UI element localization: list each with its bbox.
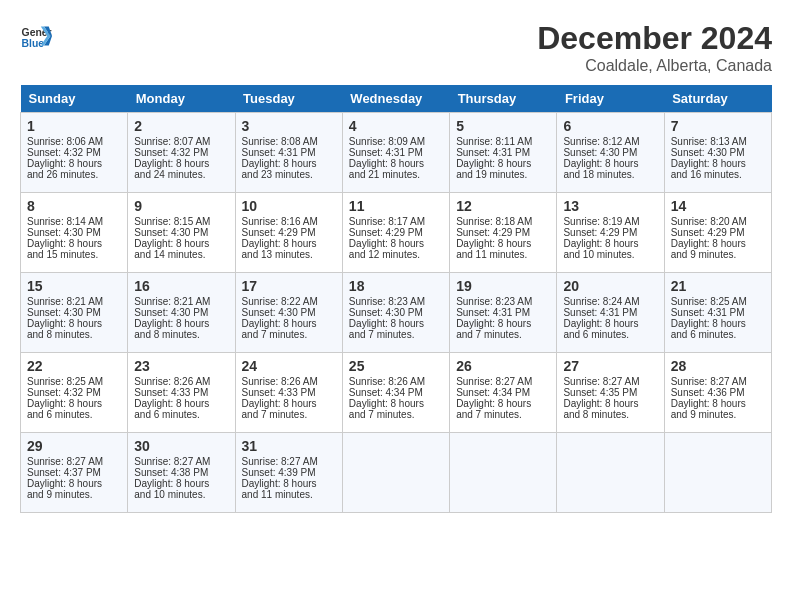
header-row: Sunday Monday Tuesday Wednesday Thursday… — [21, 85, 772, 113]
day-number: 2 — [134, 118, 228, 134]
daylight-label: Daylight: 8 hours and 14 minutes. — [134, 238, 209, 260]
day-number: 8 — [27, 198, 121, 214]
day-number: 29 — [27, 438, 121, 454]
day-number: 21 — [671, 278, 765, 294]
daylight-label: Daylight: 8 hours and 11 minutes. — [456, 238, 531, 260]
day-number: 6 — [563, 118, 657, 134]
calendar-week-3: 15Sunrise: 8:21 AMSunset: 4:30 PMDayligh… — [21, 273, 772, 353]
daylight-label: Daylight: 8 hours and 6 minutes. — [134, 398, 209, 420]
daylight-label: Daylight: 8 hours and 15 minutes. — [27, 238, 102, 260]
svg-text:Blue: Blue — [22, 38, 45, 49]
daylight-label: Daylight: 8 hours and 21 minutes. — [349, 158, 424, 180]
calendar-day-7: 7Sunrise: 8:13 AMSunset: 4:30 PMDaylight… — [664, 113, 771, 193]
sunrise: Sunrise: 8:19 AM — [563, 216, 639, 227]
col-monday: Monday — [128, 85, 235, 113]
daylight-label: Daylight: 8 hours and 9 minutes. — [671, 238, 746, 260]
daylight-label: Daylight: 8 hours and 7 minutes. — [456, 398, 531, 420]
sunset: Sunset: 4:31 PM — [349, 147, 423, 158]
day-number: 19 — [456, 278, 550, 294]
empty-cell — [664, 433, 771, 513]
day-number: 13 — [563, 198, 657, 214]
daylight-label: Daylight: 8 hours and 19 minutes. — [456, 158, 531, 180]
sunset: Sunset: 4:30 PM — [134, 227, 208, 238]
calendar-day-4: 4Sunrise: 8:09 AMSunset: 4:31 PMDaylight… — [342, 113, 449, 193]
day-number: 16 — [134, 278, 228, 294]
sunset: Sunset: 4:32 PM — [27, 147, 101, 158]
day-number: 27 — [563, 358, 657, 374]
calendar-day-18: 18Sunrise: 8:23 AMSunset: 4:30 PMDayligh… — [342, 273, 449, 353]
empty-cell — [450, 433, 557, 513]
calendar-day-6: 6Sunrise: 8:12 AMSunset: 4:30 PMDaylight… — [557, 113, 664, 193]
calendar-day-30: 30Sunrise: 8:27 AMSunset: 4:38 PMDayligh… — [128, 433, 235, 513]
daylight-label: Daylight: 8 hours and 7 minutes. — [349, 318, 424, 340]
calendar-day-24: 24Sunrise: 8:26 AMSunset: 4:33 PMDayligh… — [235, 353, 342, 433]
sunset: Sunset: 4:31 PM — [671, 307, 745, 318]
day-number: 31 — [242, 438, 336, 454]
daylight-label: Daylight: 8 hours and 9 minutes. — [27, 478, 102, 500]
calendar-day-8: 8Sunrise: 8:14 AMSunset: 4:30 PMDaylight… — [21, 193, 128, 273]
calendar-week-4: 22Sunrise: 8:25 AMSunset: 4:32 PMDayligh… — [21, 353, 772, 433]
calendar-day-10: 10Sunrise: 8:16 AMSunset: 4:29 PMDayligh… — [235, 193, 342, 273]
day-number: 5 — [456, 118, 550, 134]
day-number: 22 — [27, 358, 121, 374]
sunset: Sunset: 4:31 PM — [456, 307, 530, 318]
calendar-day-2: 2Sunrise: 8:07 AMSunset: 4:32 PMDaylight… — [128, 113, 235, 193]
location-title: Coaldale, Alberta, Canada — [537, 57, 772, 75]
empty-cell — [557, 433, 664, 513]
sunrise: Sunrise: 8:26 AM — [242, 376, 318, 387]
day-number: 11 — [349, 198, 443, 214]
sunset: Sunset: 4:32 PM — [27, 387, 101, 398]
day-number: 23 — [134, 358, 228, 374]
sunrise: Sunrise: 8:23 AM — [456, 296, 532, 307]
sunset: Sunset: 4:36 PM — [671, 387, 745, 398]
sunset: Sunset: 4:34 PM — [456, 387, 530, 398]
sunset: Sunset: 4:38 PM — [134, 467, 208, 478]
sunset: Sunset: 4:35 PM — [563, 387, 637, 398]
calendar-day-11: 11Sunrise: 8:17 AMSunset: 4:29 PMDayligh… — [342, 193, 449, 273]
sunset: Sunset: 4:29 PM — [456, 227, 530, 238]
sunrise: Sunrise: 8:18 AM — [456, 216, 532, 227]
day-number: 17 — [242, 278, 336, 294]
sunrise: Sunrise: 8:25 AM — [671, 296, 747, 307]
day-number: 1 — [27, 118, 121, 134]
sunrise: Sunrise: 8:27 AM — [456, 376, 532, 387]
sunrise: Sunrise: 8:06 AM — [27, 136, 103, 147]
sunrise: Sunrise: 8:27 AM — [242, 456, 318, 467]
daylight-label: Daylight: 8 hours and 10 minutes. — [134, 478, 209, 500]
sunset: Sunset: 4:30 PM — [27, 307, 101, 318]
calendar-day-16: 16Sunrise: 8:21 AMSunset: 4:30 PMDayligh… — [128, 273, 235, 353]
daylight-label: Daylight: 8 hours and 24 minutes. — [134, 158, 209, 180]
sunrise: Sunrise: 8:20 AM — [671, 216, 747, 227]
sunset: Sunset: 4:30 PM — [27, 227, 101, 238]
calendar-day-28: 28Sunrise: 8:27 AMSunset: 4:36 PMDayligh… — [664, 353, 771, 433]
sunrise: Sunrise: 8:24 AM — [563, 296, 639, 307]
daylight-label: Daylight: 8 hours and 7 minutes. — [456, 318, 531, 340]
calendar-week-1: 1Sunrise: 8:06 AMSunset: 4:32 PMDaylight… — [21, 113, 772, 193]
day-number: 12 — [456, 198, 550, 214]
day-number: 18 — [349, 278, 443, 294]
sunrise: Sunrise: 8:07 AM — [134, 136, 210, 147]
calendar-table: Sunday Monday Tuesday Wednesday Thursday… — [20, 85, 772, 513]
sunrise: Sunrise: 8:25 AM — [27, 376, 103, 387]
col-sunday: Sunday — [21, 85, 128, 113]
daylight-label: Daylight: 8 hours and 7 minutes. — [349, 398, 424, 420]
sunrise: Sunrise: 8:11 AM — [456, 136, 532, 147]
calendar-day-1: 1Sunrise: 8:06 AMSunset: 4:32 PMDaylight… — [21, 113, 128, 193]
sunset: Sunset: 4:29 PM — [671, 227, 745, 238]
day-number: 26 — [456, 358, 550, 374]
calendar-day-29: 29Sunrise: 8:27 AMSunset: 4:37 PMDayligh… — [21, 433, 128, 513]
calendar-day-25: 25Sunrise: 8:26 AMSunset: 4:34 PMDayligh… — [342, 353, 449, 433]
page-header: General Blue December 2024 Coaldale, Alb… — [20, 20, 772, 75]
sunset: Sunset: 4:39 PM — [242, 467, 316, 478]
calendar-day-15: 15Sunrise: 8:21 AMSunset: 4:30 PMDayligh… — [21, 273, 128, 353]
calendar-day-31: 31Sunrise: 8:27 AMSunset: 4:39 PMDayligh… — [235, 433, 342, 513]
calendar-day-22: 22Sunrise: 8:25 AMSunset: 4:32 PMDayligh… — [21, 353, 128, 433]
day-number: 3 — [242, 118, 336, 134]
daylight-label: Daylight: 8 hours and 9 minutes. — [671, 398, 746, 420]
sunset: Sunset: 4:30 PM — [671, 147, 745, 158]
daylight-label: Daylight: 8 hours and 6 minutes. — [563, 318, 638, 340]
calendar-day-21: 21Sunrise: 8:25 AMSunset: 4:31 PMDayligh… — [664, 273, 771, 353]
daylight-label: Daylight: 8 hours and 8 minutes. — [134, 318, 209, 340]
sunset: Sunset: 4:29 PM — [242, 227, 316, 238]
calendar-day-27: 27Sunrise: 8:27 AMSunset: 4:35 PMDayligh… — [557, 353, 664, 433]
